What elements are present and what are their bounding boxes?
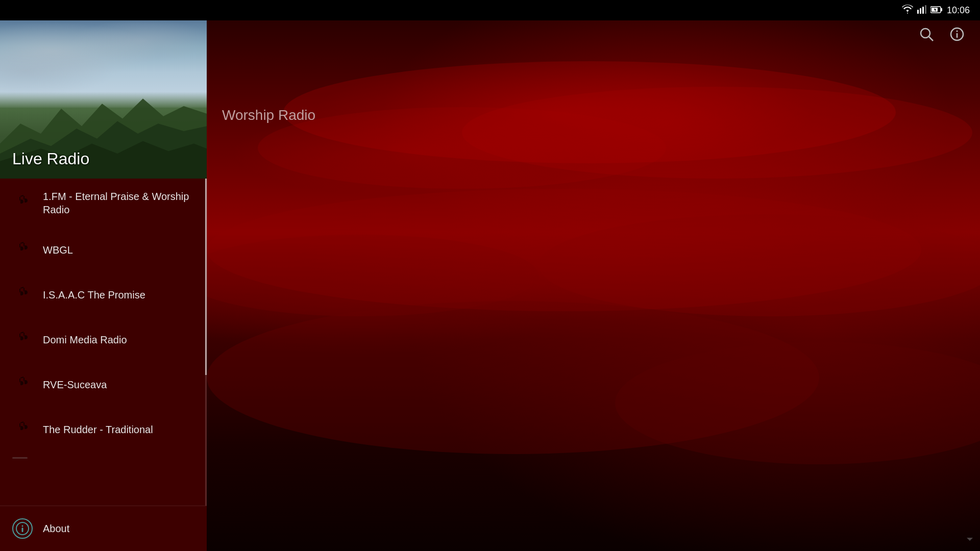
svg-point-21 (957, 30, 958, 32)
radio-name-4: Domi Media Radio (43, 333, 127, 346)
list-item[interactable]: I.S.A.A.C The Promise (0, 272, 207, 317)
bottom-scroll-indicator (965, 534, 975, 546)
list-item[interactable]: 1.FM - Eternal Praise & Worship Radio (0, 179, 207, 228)
toolbar (207, 20, 980, 51)
radio-name-5: RVE-Suceava (43, 378, 107, 391)
status-time: 10:06 (947, 5, 970, 16)
radio-list[interactable]: 1.FM - Eternal Praise & Worship Radio WB… (0, 179, 207, 506)
signal-icon (917, 5, 926, 16)
cloud-layer-2 (207, 173, 980, 378)
hero-title: Live Radio (12, 149, 89, 168)
svg-line-19 (929, 37, 933, 41)
search-button[interactable] (919, 27, 934, 45)
list-item-partial (0, 452, 207, 459)
wifi-icon (902, 5, 913, 16)
scroll-thumb (205, 179, 207, 375)
svg-rect-5 (941, 8, 942, 11)
radio-name-3: I.S.A.A.C The Promise (43, 288, 145, 302)
info-icon (12, 518, 33, 539)
sidebar: Live Radio 1.FM - Eternal Praise & Worsh… (0, 20, 207, 551)
hero-image: Live Radio (0, 20, 207, 179)
svg-rect-9 (22, 528, 23, 532)
svg-rect-0 (917, 10, 919, 14)
radio-name-1: 1.FM - Eternal Praise & Worship Radio (43, 190, 194, 216)
content-title: Worship Radio (222, 107, 315, 123)
status-icons: 10:06 (902, 5, 970, 16)
music-note-icon-3 (12, 284, 33, 306)
svg-point-18 (921, 29, 930, 38)
info-button[interactable] (949, 27, 965, 45)
main-content: Worship Radio (207, 20, 980, 551)
list-item[interactable]: WBGL (0, 228, 207, 272)
status-bar: 10:06 (0, 0, 980, 20)
music-note-icon-2 (12, 239, 33, 261)
about-label: About (43, 523, 69, 535)
svg-point-8 (22, 525, 23, 527)
list-item[interactable]: Domi Media Radio (0, 317, 207, 362)
about-section[interactable]: About (0, 506, 207, 551)
list-item[interactable]: The Rudder - Traditional (0, 407, 207, 452)
list-item[interactable]: RVE-Suceava (0, 362, 207, 407)
music-note-icon-5 (12, 373, 33, 396)
music-note-icon-1 (12, 192, 33, 214)
battery-icon (930, 5, 943, 16)
radio-name-6: The Rudder - Traditional (43, 423, 153, 436)
svg-rect-1 (920, 8, 921, 14)
radio-name-2: WBGL (43, 243, 73, 257)
music-note-icon-6 (12, 418, 33, 441)
svg-rect-2 (922, 7, 924, 14)
music-note-icon-4 (12, 329, 33, 351)
main-layout: Live Radio 1.FM - Eternal Praise & Worsh… (0, 20, 980, 551)
svg-rect-3 (925, 5, 926, 14)
